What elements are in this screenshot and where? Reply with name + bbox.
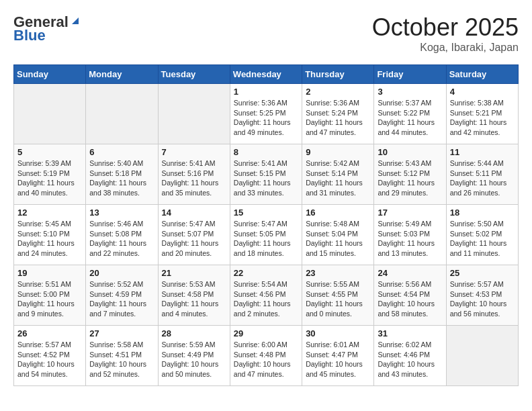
day-info: Sunrise: 5:45 AMSunset: 5:10 PMDaylight:… <box>17 219 82 259</box>
header-monday: Monday <box>86 65 158 84</box>
calendar-cell: 16Sunrise: 5:48 AMSunset: 5:04 PMDayligh… <box>302 205 374 265</box>
day-number: 30 <box>306 328 370 338</box>
day-number: 21 <box>162 268 226 278</box>
logo-arrow-icon <box>69 15 81 27</box>
day-number: 31 <box>378 328 442 338</box>
day-info: Sunrise: 5:42 AMSunset: 5:14 PMDaylight:… <box>306 158 370 198</box>
calendar-cell: 22Sunrise: 5:54 AMSunset: 4:56 PMDayligh… <box>230 265 302 326</box>
day-info: Sunrise: 6:00 AMSunset: 4:48 PMDaylight:… <box>234 340 298 379</box>
day-info: Sunrise: 5:49 AMSunset: 5:03 PMDaylight:… <box>378 219 442 259</box>
header-wednesday: Wednesday <box>230 65 302 84</box>
day-number: 23 <box>306 268 370 278</box>
day-number: 24 <box>378 268 442 278</box>
calendar-cell: 3Sunrise: 5:37 AMSunset: 5:22 PMDaylight… <box>374 84 446 144</box>
calendar-cell: 9Sunrise: 5:42 AMSunset: 5:14 PMDaylight… <box>302 144 374 205</box>
header-saturday: Saturday <box>446 65 518 84</box>
header-friday: Friday <box>374 65 446 84</box>
day-number: 14 <box>162 208 226 218</box>
calendar-header-row: Sunday Monday Tuesday Wednesday Thursday… <box>14 65 519 84</box>
calendar-cell: 30Sunrise: 6:01 AMSunset: 4:47 PMDayligh… <box>302 326 374 386</box>
day-number: 29 <box>234 328 298 338</box>
calendar-week-4: 19Sunrise: 5:51 AMSunset: 5:00 PMDayligh… <box>14 265 519 326</box>
calendar-cell <box>446 326 518 386</box>
calendar-week-3: 12Sunrise: 5:45 AMSunset: 5:10 PMDayligh… <box>14 205 519 265</box>
day-number: 20 <box>89 268 154 278</box>
day-number: 5 <box>17 147 82 157</box>
day-number: 19 <box>17 268 82 278</box>
calendar-cell: 5Sunrise: 5:39 AMSunset: 5:19 PMDaylight… <box>14 144 86 205</box>
day-info: Sunrise: 5:36 AMSunset: 5:24 PMDaylight:… <box>306 98 370 138</box>
day-info: Sunrise: 5:39 AMSunset: 5:19 PMDaylight:… <box>17 158 82 198</box>
header-tuesday: Tuesday <box>158 65 230 84</box>
day-info: Sunrise: 5:50 AMSunset: 5:02 PMDaylight:… <box>450 219 515 259</box>
day-number: 25 <box>450 268 515 278</box>
logo: General Blue <box>13 13 81 44</box>
calendar-cell: 8Sunrise: 5:41 AMSunset: 5:15 PMDaylight… <box>230 144 302 205</box>
location-title: Koga, Ibaraki, Japan <box>372 42 519 54</box>
day-number: 9 <box>306 147 370 157</box>
day-number: 1 <box>234 87 298 97</box>
day-info: Sunrise: 5:59 AMSunset: 4:49 PMDaylight:… <box>162 340 226 379</box>
calendar-cell: 21Sunrise: 5:53 AMSunset: 4:58 PMDayligh… <box>158 265 230 326</box>
page-header: General Blue October 2025 Koga, Ibaraki,… <box>13 13 519 54</box>
day-info: Sunrise: 6:01 AMSunset: 4:47 PMDaylight:… <box>306 340 370 379</box>
calendar-cell: 29Sunrise: 6:00 AMSunset: 4:48 PMDayligh… <box>230 326 302 386</box>
calendar-cell <box>14 84 86 144</box>
calendar-cell: 23Sunrise: 5:55 AMSunset: 4:55 PMDayligh… <box>302 265 374 326</box>
calendar-week-1: 1Sunrise: 5:36 AMSunset: 5:25 PMDaylight… <box>14 84 519 144</box>
day-info: Sunrise: 5:57 AMSunset: 4:52 PMDaylight:… <box>17 340 82 379</box>
day-number: 6 <box>89 147 154 157</box>
calendar-cell: 28Sunrise: 5:59 AMSunset: 4:49 PMDayligh… <box>158 326 230 386</box>
calendar-table: Sunday Monday Tuesday Wednesday Thursday… <box>13 64 519 386</box>
day-number: 16 <box>306 208 370 218</box>
calendar-cell: 31Sunrise: 6:02 AMSunset: 4:46 PMDayligh… <box>374 326 446 386</box>
day-number: 22 <box>234 268 298 278</box>
calendar-cell: 18Sunrise: 5:50 AMSunset: 5:02 PMDayligh… <box>446 205 518 265</box>
day-info: Sunrise: 5:54 AMSunset: 4:56 PMDaylight:… <box>234 279 298 319</box>
day-info: Sunrise: 5:37 AMSunset: 5:22 PMDaylight:… <box>378 98 442 138</box>
day-info: Sunrise: 5:57 AMSunset: 4:53 PMDaylight:… <box>450 279 515 319</box>
day-info: Sunrise: 5:38 AMSunset: 5:21 PMDaylight:… <box>450 98 515 138</box>
day-number: 11 <box>450 147 515 157</box>
calendar-cell: 2Sunrise: 5:36 AMSunset: 5:24 PMDaylight… <box>302 84 374 144</box>
calendar-cell: 27Sunrise: 5:58 AMSunset: 4:51 PMDayligh… <box>86 326 158 386</box>
day-info: Sunrise: 5:44 AMSunset: 5:11 PMDaylight:… <box>450 158 515 198</box>
header-thursday: Thursday <box>302 65 374 84</box>
calendar-cell: 7Sunrise: 5:41 AMSunset: 5:16 PMDaylight… <box>158 144 230 205</box>
calendar-cell: 17Sunrise: 5:49 AMSunset: 5:03 PMDayligh… <box>374 205 446 265</box>
calendar-cell: 10Sunrise: 5:43 AMSunset: 5:12 PMDayligh… <box>374 144 446 205</box>
day-info: Sunrise: 5:41 AMSunset: 5:15 PMDaylight:… <box>234 158 298 198</box>
day-info: Sunrise: 5:41 AMSunset: 5:16 PMDaylight:… <box>162 158 226 198</box>
calendar-week-2: 5Sunrise: 5:39 AMSunset: 5:19 PMDaylight… <box>14 144 519 205</box>
calendar-cell: 11Sunrise: 5:44 AMSunset: 5:11 PMDayligh… <box>446 144 518 205</box>
day-info: Sunrise: 6:02 AMSunset: 4:46 PMDaylight:… <box>378 340 442 379</box>
day-number: 15 <box>234 208 298 218</box>
month-title: October 2025 <box>372 13 519 42</box>
calendar-cell: 24Sunrise: 5:56 AMSunset: 4:54 PMDayligh… <box>374 265 446 326</box>
day-number: 13 <box>89 208 154 218</box>
day-number: 8 <box>234 147 298 157</box>
calendar-week-5: 26Sunrise: 5:57 AMSunset: 4:52 PMDayligh… <box>14 326 519 386</box>
calendar-cell: 19Sunrise: 5:51 AMSunset: 5:00 PMDayligh… <box>14 265 86 326</box>
day-info: Sunrise: 5:47 AMSunset: 5:05 PMDaylight:… <box>234 219 298 259</box>
calendar-cell: 25Sunrise: 5:57 AMSunset: 4:53 PMDayligh… <box>446 265 518 326</box>
title-block: October 2025 Koga, Ibaraki, Japan <box>372 13 519 54</box>
day-info: Sunrise: 5:53 AMSunset: 4:58 PMDaylight:… <box>162 279 226 319</box>
day-info: Sunrise: 5:58 AMSunset: 4:51 PMDaylight:… <box>89 340 154 379</box>
day-number: 18 <box>450 208 515 218</box>
calendar-cell: 13Sunrise: 5:46 AMSunset: 5:08 PMDayligh… <box>86 205 158 265</box>
calendar-cell <box>86 84 158 144</box>
day-info: Sunrise: 5:46 AMSunset: 5:08 PMDaylight:… <box>89 219 154 259</box>
day-number: 28 <box>162 328 226 338</box>
calendar-cell: 20Sunrise: 5:52 AMSunset: 4:59 PMDayligh… <box>86 265 158 326</box>
day-info: Sunrise: 5:43 AMSunset: 5:12 PMDaylight:… <box>378 158 442 198</box>
calendar-cell: 6Sunrise: 5:40 AMSunset: 5:18 PMDaylight… <box>86 144 158 205</box>
day-info: Sunrise: 5:47 AMSunset: 5:07 PMDaylight:… <box>162 219 226 259</box>
day-info: Sunrise: 5:56 AMSunset: 4:54 PMDaylight:… <box>378 279 442 319</box>
day-info: Sunrise: 5:51 AMSunset: 5:00 PMDaylight:… <box>17 279 82 319</box>
day-number: 10 <box>378 147 442 157</box>
day-info: Sunrise: 5:40 AMSunset: 5:18 PMDaylight:… <box>89 158 154 198</box>
calendar-cell: 4Sunrise: 5:38 AMSunset: 5:21 PMDaylight… <box>446 84 518 144</box>
day-number: 4 <box>450 87 515 97</box>
day-info: Sunrise: 5:55 AMSunset: 4:55 PMDaylight:… <box>306 279 370 319</box>
